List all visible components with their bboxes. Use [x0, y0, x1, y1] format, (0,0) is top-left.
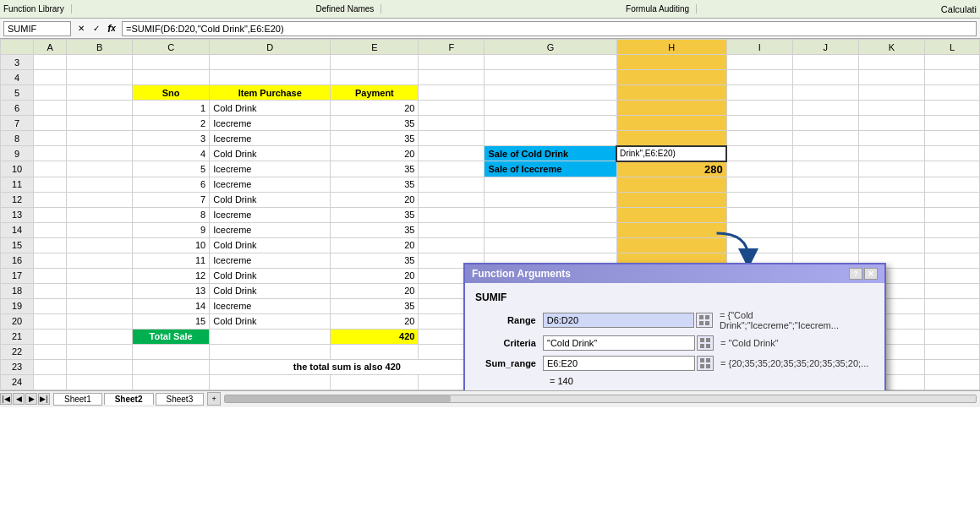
cell-total-sale-value[interactable]: 420: [331, 329, 419, 344]
row-header-spacer: [1, 40, 34, 55]
dialog-close-btn[interactable]: ✕: [864, 268, 878, 280]
formula-icons: ✕ ✓ fx: [74, 22, 118, 35]
svg-rect-7: [706, 344, 710, 348]
row-num-4: 4: [1, 70, 34, 85]
svg-rect-2: [699, 321, 704, 325]
cell-formula-display[interactable]: Drink",E6:E20): [616, 146, 726, 161]
arg-label-criteria: Criteria: [475, 338, 543, 348]
col-header-K[interactable]: K: [858, 40, 924, 55]
arg-label-range: Range: [475, 315, 543, 325]
cancel-icon[interactable]: ✕: [74, 22, 88, 35]
function-arguments-dialog: Function Arguments ? ✕ SUMIF Range = {"C…: [463, 263, 886, 390]
table-row: 10 5 Icecreme 35 Sale of Icecreme 280: [1, 161, 980, 177]
table-row: 14 9 Icecreme 35: [1, 222, 980, 237]
svg-rect-4: [700, 338, 704, 342]
column-header-row: A B C D E F G H I J K L: [1, 40, 980, 55]
col-header-E[interactable]: E: [331, 40, 419, 55]
svg-rect-1: [705, 315, 709, 319]
calculati-label: Calculati: [941, 4, 977, 14]
table-row: 7 2 Icecreme 35: [1, 116, 980, 131]
table-row: 4: [1, 70, 980, 85]
nav-arrows: |◀ ◀ ▶ ▶|: [0, 393, 50, 405]
cell-280[interactable]: 280: [616, 161, 726, 177]
cell-reference-box[interactable]: [3, 21, 71, 36]
arg-row-sum-range: Sum_range = {20;35;35;20;35;35;20;35;35;…: [475, 356, 874, 371]
fx-icon[interactable]: fx: [105, 22, 118, 35]
header-payment[interactable]: Payment: [331, 85, 419, 101]
table-row: 5 Sno Item Purchase Payment: [1, 85, 980, 101]
defined-names-section: Defined Names: [315, 4, 381, 14]
dialog-equals-result: = 140: [550, 376, 874, 386]
col-header-J[interactable]: J: [792, 40, 858, 55]
arg-value-criteria: = "Cold Drink": [720, 338, 779, 348]
table-row: 8 3 Icecreme 35: [1, 131, 980, 146]
dialog-func-name: SUMIF: [475, 291, 874, 303]
function-library-section: Function Library: [3, 4, 72, 14]
nav-first-btn[interactable]: |◀: [0, 393, 12, 405]
row-num-3: 3: [1, 55, 34, 70]
cell-payment-6[interactable]: 20: [331, 101, 419, 116]
svg-rect-10: [700, 364, 704, 368]
col-header-A[interactable]: A: [34, 40, 67, 55]
header-item-purchase[interactable]: Item Purchase: [210, 85, 331, 101]
nav-prev-btn[interactable]: ◀: [13, 393, 25, 405]
arg-value-sum-range: = {20;35;35;20;35;35;20;35;35;20;...: [720, 358, 868, 368]
sheet-tab-2[interactable]: Sheet2: [104, 393, 154, 405]
spreadsheet-container: A B C D E F G H I J K L 3: [0, 39, 980, 390]
dialog-body: SUMIF Range = {"Cold Drink";"Icecreme";"…: [465, 283, 884, 390]
dialog-titlebar: Function Arguments ? ✕: [465, 264, 884, 283]
add-sheet-btn[interactable]: +: [207, 392, 221, 406]
svg-rect-3: [705, 321, 709, 325]
row-num-10: 10: [1, 161, 34, 177]
arrow-annotation: [710, 225, 761, 267]
cell-total-sale-label[interactable]: Total Sale: [133, 329, 210, 344]
arg-grid-btn-sum-range[interactable]: [697, 356, 714, 371]
horizontal-scrollbar[interactable]: [224, 395, 977, 403]
header-sno[interactable]: Sno: [133, 85, 210, 101]
col-header-G[interactable]: G: [485, 40, 616, 55]
cell-item-6[interactable]: Cold Drink: [210, 101, 331, 116]
table-row: 6 1 Cold Drink 20: [1, 101, 980, 116]
row-num-5: 5: [1, 85, 34, 101]
formula-auditing-label: Formula Auditing: [626, 4, 689, 14]
nav-last-btn[interactable]: ▶|: [38, 393, 50, 405]
row-num-8: 8: [1, 131, 34, 146]
formula-input[interactable]: [122, 21, 977, 36]
cell-total-note[interactable]: the total sum is also 420: [210, 359, 485, 374]
col-header-D[interactable]: D: [210, 40, 331, 55]
cell-sno-6[interactable]: 1: [133, 101, 210, 116]
col-header-F[interactable]: F: [419, 40, 485, 55]
col-header-H[interactable]: H: [616, 40, 726, 55]
defined-names-label: Defined Names: [315, 4, 374, 14]
arg-input-sum-range[interactable]: [543, 356, 695, 371]
formula-bar: ✕ ✓ fx: [0, 19, 980, 39]
cell-sale-icecreme[interactable]: Sale of Icecreme: [485, 161, 616, 177]
scrollbar-thumb: [225, 395, 450, 402]
dialog-help-btn[interactable]: ?: [849, 268, 862, 280]
col-header-C[interactable]: C: [133, 40, 210, 55]
row-num-9: 9: [1, 146, 34, 161]
arg-label-sum-range: Sum_range: [475, 358, 543, 368]
row-num-6: 6: [1, 101, 34, 116]
function-library-label: Function Library: [3, 4, 64, 14]
col-header-B[interactable]: B: [67, 40, 133, 55]
cell-sale-cold-drink[interactable]: Sale of Cold Drink: [485, 146, 616, 161]
table-row: 12 7 Cold Drink 20: [1, 192, 980, 207]
dialog-title: Function Arguments: [472, 268, 571, 280]
confirm-icon[interactable]: ✓: [90, 22, 103, 35]
nav-next-btn[interactable]: ▶: [25, 393, 37, 405]
table-row: 11 6 Icecreme 35: [1, 177, 980, 192]
ribbon: Function Library Defined Names Formula A…: [0, 0, 980, 19]
arg-row-criteria: Criteria = "Cold Drink": [475, 335, 874, 351]
table-row: 3: [1, 55, 980, 70]
arg-input-range[interactable]: [543, 313, 694, 328]
table-row: 13 8 Icecreme 35: [1, 207, 980, 222]
arg-value-range: = {"Cold Drink";"Icecreme";"Icecrem...: [720, 310, 874, 330]
arg-input-criteria[interactable]: [543, 335, 695, 351]
arg-grid-btn-range[interactable]: [696, 313, 713, 328]
col-header-I[interactable]: I: [726, 40, 792, 55]
arg-grid-btn-criteria[interactable]: [697, 335, 714, 351]
sheet-tab-3[interactable]: Sheet3: [156, 393, 205, 406]
col-header-L[interactable]: L: [924, 40, 979, 55]
sheet-tab-1[interactable]: Sheet1: [53, 393, 102, 406]
